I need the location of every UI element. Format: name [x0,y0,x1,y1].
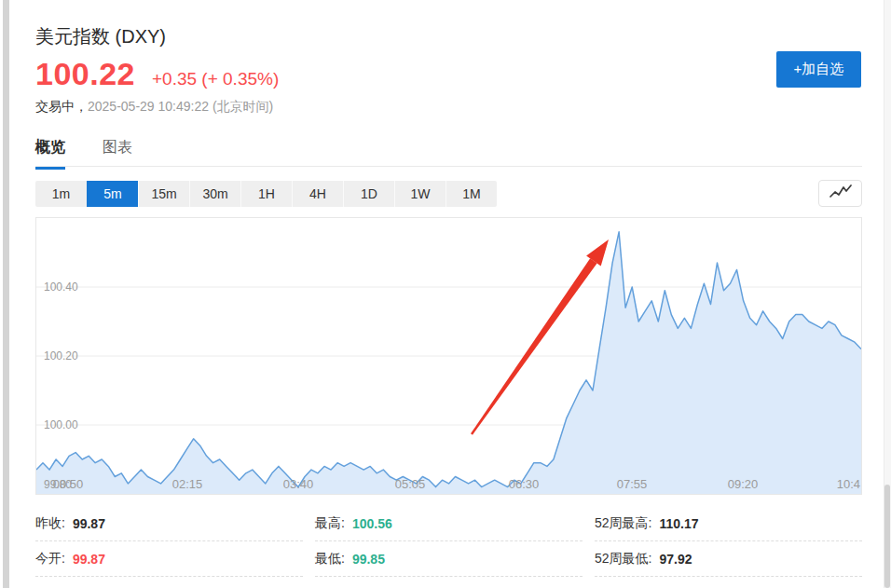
stat-label: 最低: [315,551,345,567]
stat-value: 99.87 [73,516,105,531]
interval-button-30m[interactable]: 30m [189,181,240,207]
interval-button-1M[interactable]: 1M [446,181,497,207]
stat-label: 52周最低: [595,551,651,567]
x-axis-label: 05:05 [395,477,426,491]
stat-value: 99.85 [352,552,385,567]
y-axis-label: 100.20 [44,348,78,364]
stat-column: 52周最高:110.1752周最低:97.92 [595,506,862,577]
stat-column: 昨收:99.87今开:99.87 [35,506,303,577]
price-chart[interactable]: 100.40100.20100.0099.8000:5002:1503:4005… [35,217,862,495]
x-axis-label: 09:20 [728,477,759,491]
stat-value: 110.17 [659,516,698,531]
price-change: +0.35 (+ 0.35%) [152,69,279,89]
interval-button-1m[interactable]: 1m [35,181,87,207]
x-axis-label: 06:30 [509,477,540,491]
trading-status-row: 交易中，2025-05-29 10:49:22 (北京时间) [35,99,273,116]
x-axis-label: 07:55 [617,477,648,491]
stat-label: 最高: [315,515,345,532]
stat-row: 昨收:99.87 [35,506,303,541]
instrument-title: 美元指数 (DXY) [35,24,166,49]
stat-value: 100.56 [352,516,392,531]
interval-toolbar: 1m5m15m30m1H4H1D1W1M [35,181,497,207]
stat-row: 最高:100.56 [315,506,583,541]
stat-value: 99.87 [73,552,105,567]
tab-概览[interactable]: 概览 [35,138,65,170]
x-axis-label: 02:15 [172,477,203,491]
trading-status: 交易中， [35,99,88,114]
stat-label: 昨收: [35,515,65,532]
price-chart-svg [36,218,861,494]
chart-type-button[interactable] [818,180,862,207]
y-axis-label: 100.00 [44,417,78,433]
stat-row: 52周最低:97.92 [595,541,862,577]
interval-button-1H[interactable]: 1H [240,181,292,207]
price-row: 100.22 +0.35 (+ 0.35%) [35,56,279,92]
interval-button-1D[interactable]: 1D [343,181,394,207]
stat-value: 97.92 [659,552,692,567]
add-watchlist-button[interactable]: +加自选 [776,51,861,88]
x-axis-label: 00:50 [53,477,84,491]
x-axis-label: 03:40 [283,477,314,491]
quote-timestamp: 2025-05-29 10:49:22 (北京时间) [88,99,273,114]
content-area: 美元指数 (DXY) 100.22 +0.35 (+ 0.35%) +加自选 交… [35,0,862,588]
scrollbar-thumb[interactable] [884,485,890,588]
stat-row: 52周最高:110.17 [595,506,862,541]
page: 美元指数 (DXY) 100.22 +0.35 (+ 0.35%) +加自选 交… [0,0,891,588]
window-edge-strip [3,0,9,588]
stat-label: 52周最高: [595,515,651,532]
stat-row: 最低:99.85 [315,541,583,577]
interval-button-4H[interactable]: 4H [292,181,343,207]
interval-button-15m[interactable]: 15m [138,181,189,207]
x-axis-label: 10:4 [837,477,860,491]
line-chart-icon [829,184,853,203]
last-price: 100.22 [35,56,135,92]
y-axis-label: 100.40 [44,279,78,295]
tab-bar: 概览图表 [35,138,862,167]
stat-row: 今开:99.87 [35,541,303,577]
stat-label: 今开: [35,551,65,567]
stat-column: 最高:100.56最低:99.85 [315,506,583,577]
interval-button-5m[interactable]: 5m [87,181,138,207]
tab-图表[interactable]: 图表 [103,138,132,167]
scrollbar[interactable] [884,0,891,588]
interval-button-1W[interactable]: 1W [394,181,446,207]
